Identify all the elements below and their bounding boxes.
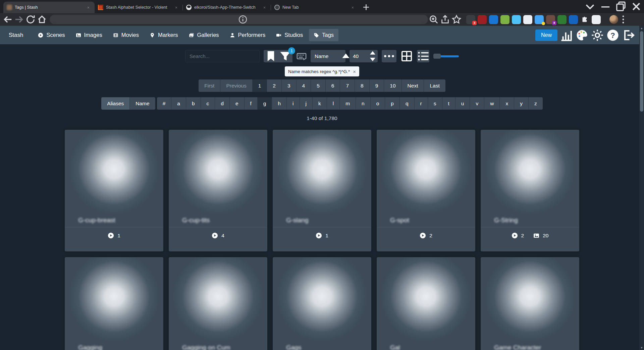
document-extension[interactable]: [535, 15, 544, 24]
downloader-extension[interactable]: [523, 15, 532, 24]
nav-item-galleries[interactable]: Galleries: [184, 29, 224, 41]
page-3-button[interactable]: 3: [282, 79, 297, 92]
page-last-button[interactable]: Last: [424, 79, 445, 92]
tag-name[interactable]: G-slang: [273, 214, 371, 227]
slider-handle[interactable]: [433, 54, 441, 59]
scene-count[interactable]: 2: [512, 232, 524, 239]
more-options-button[interactable]: [382, 50, 396, 62]
site-info-icon[interactable]: [54, 15, 432, 24]
alphabet-letter-s[interactable]: s: [428, 97, 442, 110]
stats-button[interactable]: [560, 29, 573, 42]
page-10-button[interactable]: 10: [384, 79, 401, 92]
sort-dropdown[interactable]: Name: [311, 50, 345, 62]
reload-button[interactable]: [25, 14, 36, 24]
alphabet-letter-k[interactable]: k: [313, 97, 327, 110]
alphabet-letter-f[interactable]: f: [245, 97, 258, 110]
tag-card-image[interactable]: [65, 257, 163, 341]
theme-switcher-button[interactable]: [576, 29, 588, 42]
scrollbar-thumb[interactable]: [640, 31, 643, 112]
settings-button[interactable]: [591, 29, 604, 42]
scene-count[interactable]: 4: [212, 232, 224, 239]
tag-name[interactable]: G-cup-breast: [65, 214, 163, 227]
restore-button[interactable]: [613, 0, 629, 13]
profile-avatar[interactable]: [609, 15, 618, 24]
page-9-button[interactable]: 9: [370, 79, 384, 92]
alphabet-letter-v[interactable]: v: [470, 97, 484, 110]
saved-filters-button[interactable]: [264, 50, 278, 62]
nav-item-scenes[interactable]: Scenes: [33, 29, 69, 41]
page-first-button[interactable]: First: [199, 79, 220, 92]
page-scrollbar[interactable]: ▲ ▼: [639, 26, 644, 350]
tab-close-button[interactable]: [173, 5, 179, 10]
page-7-button[interactable]: 7: [340, 79, 355, 92]
scene-count[interactable]: 1: [316, 232, 328, 239]
alphabet-letter-d[interactable]: d: [215, 97, 230, 110]
alphabet-letter-hash[interactable]: #: [157, 97, 172, 110]
tampermonkey-extension[interactable]: 8: [546, 15, 555, 24]
scroll-up-arrow[interactable]: ▲: [639, 26, 644, 31]
page-2-button[interactable]: 2: [267, 79, 282, 92]
tab-close-button[interactable]: [350, 5, 356, 10]
alphabet-letter-x[interactable]: x: [500, 97, 514, 110]
page-size-select[interactable]: 40: [350, 50, 378, 62]
alphabet-letter-m[interactable]: m: [340, 97, 356, 110]
alphabet-letter-h[interactable]: h: [272, 97, 287, 110]
close-window-button[interactable]: [629, 0, 644, 13]
alphabet-letter-j[interactable]: j: [300, 97, 313, 110]
tag-card-image[interactable]: [65, 130, 163, 214]
page-6-button[interactable]: 6: [326, 79, 340, 92]
tag-card-image[interactable]: [481, 130, 579, 214]
nav-item-tags[interactable]: Tags: [309, 29, 338, 41]
alphabet-letter-i[interactable]: i: [287, 97, 300, 110]
reader-panel-extension[interactable]: [592, 15, 601, 24]
window-tool-extension[interactable]: [489, 15, 498, 24]
image-count[interactable]: 20: [533, 232, 548, 239]
scene-count[interactable]: 1: [108, 232, 120, 239]
page-5-button[interactable]: 5: [311, 79, 326, 92]
alphabet-letter-r[interactable]: r: [415, 97, 428, 110]
scroll-down-arrow[interactable]: ▼: [639, 345, 644, 350]
alphabet-letter-c[interactable]: c: [201, 97, 215, 110]
browser-tab[interactable]: Stash Alphabet Selector - Violent: [95, 2, 182, 13]
tag-card-image[interactable]: [169, 130, 267, 214]
ublock-origin-extension[interactable]: [478, 15, 487, 24]
page-previous-button[interactable]: Previous: [220, 79, 252, 92]
tag-name[interactable]: G-String: [481, 214, 579, 227]
nav-item-markers[interactable]: Markers: [145, 29, 183, 41]
filter-chip[interactable]: Name matches regex ^g.*|^G.* ×: [285, 66, 359, 76]
tab-close-button[interactable]: [86, 5, 91, 10]
alphabet-letter-g[interactable]: g: [258, 97, 272, 110]
tag-name[interactable]: Gagging on Cum: [169, 341, 267, 350]
nav-item-movies[interactable]: Movies: [108, 29, 144, 41]
search-extension[interactable]: [512, 15, 521, 24]
address-bar[interactable]: localhost:9999/tags?c=("type":"name","va…: [50, 15, 428, 24]
new-tab-button[interactable]: [362, 3, 371, 12]
tab-list-chevron-button[interactable]: [582, 0, 598, 13]
zoom-page-button[interactable]: [428, 14, 439, 24]
search-input[interactable]: [185, 50, 260, 62]
minimize-button[interactable]: [598, 0, 613, 13]
alphabet-letter-a[interactable]: a: [171, 97, 186, 110]
alphabet-mode-name[interactable]: Name: [130, 97, 155, 110]
alphabet-letter-p[interactable]: p: [385, 97, 400, 110]
forward-button[interactable]: [13, 14, 25, 24]
tag-name[interactable]: G-cup-tits: [169, 214, 267, 227]
tag-name[interactable]: Gal: [377, 341, 475, 350]
page-4-button[interactable]: 4: [297, 79, 311, 92]
nav-item-images[interactable]: Images: [71, 29, 107, 41]
page-1-button[interactable]: 1: [253, 79, 267, 92]
alphabet-letter-w[interactable]: w: [484, 97, 500, 110]
list-view-button[interactable]: [417, 50, 429, 62]
alphabet-letter-e[interactable]: e: [230, 97, 245, 110]
green-app-extension[interactable]: [557, 15, 567, 24]
alphabet-letter-y[interactable]: y: [514, 97, 529, 110]
share-button[interactable]: [439, 14, 451, 24]
alphabet-mode-aliases[interactable]: Aliases: [101, 97, 130, 110]
alphabet-letter-n[interactable]: n: [356, 97, 371, 110]
browser-tab[interactable]: Tags | Stash: [3, 2, 95, 13]
alphabet-letter-q[interactable]: q: [400, 97, 415, 110]
tag-name[interactable]: Gags: [273, 341, 371, 350]
browser-tab[interactable]: New Tab: [271, 2, 359, 13]
page-next-button[interactable]: Next: [402, 79, 424, 92]
alphabet-letter-l[interactable]: l: [327, 97, 340, 110]
